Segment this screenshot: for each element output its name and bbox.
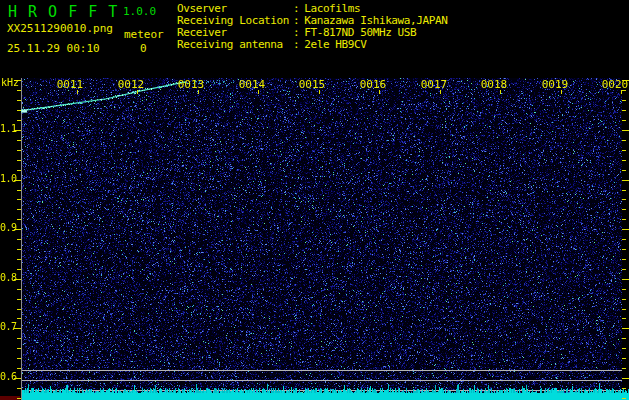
- x-tick-label: 0015: [285, 79, 339, 90]
- info-value: 2ele HB9CV: [304, 39, 366, 51]
- y-tick-label: 0.9: [0, 222, 15, 234]
- info-label: Receiving antenna: [177, 39, 293, 51]
- y-tick-label: 1.1: [0, 123, 15, 135]
- y-tick-label: 0.6: [0, 371, 15, 383]
- output-filename: XX2511290010.png: [7, 22, 113, 35]
- x-tick-label: 0019: [528, 79, 582, 90]
- x-tick-label: 0018: [467, 79, 521, 90]
- spectrogram-canvas: [0, 78, 629, 400]
- meteor-count-value: 0: [140, 42, 147, 55]
- y-axis-unit-label: kHz: [1, 77, 19, 88]
- y-tick-label: 0.8: [0, 272, 15, 284]
- x-tick-label: 0012: [104, 79, 158, 90]
- x-tick-label: 0016: [346, 79, 400, 90]
- x-tick-label: 0017: [407, 79, 461, 90]
- x-tick-label: 0014: [225, 79, 279, 90]
- y-tick-label: 1.0: [0, 173, 15, 185]
- app-title: H R O F F T: [8, 3, 118, 21]
- spectrogram-panel: kHz 1.1 1.0 0.9 0.8 0.7 0.6 0011 0012 00…: [0, 78, 629, 400]
- x-tick-label: 0020: [588, 79, 629, 90]
- info-row-antenna: Receiving antenna:2ele HB9CV: [177, 39, 447, 51]
- hrofft-screen: H R O F F T 1.0.0 XX2511290010.png meteo…: [0, 0, 629, 400]
- app-version: 1.0.0: [123, 5, 156, 18]
- station-info-block: Ovserver:Lacofilms Receiving Location:Ka…: [177, 3, 447, 51]
- meteor-count-label: meteor: [124, 28, 164, 41]
- observation-timestamp: 25.11.29 00:10: [7, 42, 100, 55]
- x-tick-label: 0011: [43, 79, 97, 90]
- info-separator: :: [293, 39, 299, 51]
- y-tick-label: 0.7: [0, 321, 15, 333]
- x-tick-label: 0013: [164, 79, 218, 90]
